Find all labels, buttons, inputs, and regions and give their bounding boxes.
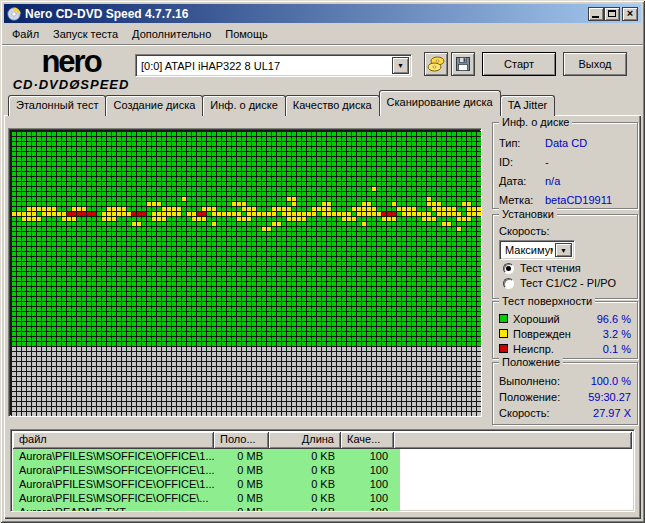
- radio-button[interactable]: [503, 278, 514, 289]
- chevron-down-icon: ▼: [397, 62, 404, 69]
- disc-info-label: ID:: [499, 156, 545, 168]
- surface-value: 3.2 %: [603, 328, 631, 340]
- disc-info-label: Дата:: [499, 175, 545, 187]
- column-header-3[interactable]: Каче...: [341, 432, 394, 449]
- column-header-2[interactable]: Длина: [269, 432, 341, 449]
- minimize-icon: [592, 16, 599, 18]
- menu-bar: ФайлЗапуск тестаДополнительноПомощь: [5, 25, 275, 42]
- disc-info-value: n/a: [545, 175, 560, 187]
- maximize-button[interactable]: [604, 7, 620, 21]
- chevron-down-icon: ▼: [560, 247, 567, 254]
- position-label: Скорость:: [499, 407, 593, 419]
- surface-scan-grid: [11, 131, 481, 416]
- table-cell: 100: [341, 506, 394, 512]
- tab-2[interactable]: Инф. о диске: [202, 95, 285, 116]
- table-cell: 0 MB: [214, 478, 269, 490]
- position-value: 100.0 %: [591, 375, 631, 387]
- radio-button-checked[interactable]: [503, 263, 514, 274]
- eject-disc-button[interactable]: [424, 52, 448, 76]
- speed-label: Скорость:: [493, 223, 637, 240]
- nero-logo-wordmark: nero: [10, 46, 132, 77]
- start-button-label: Старт: [504, 58, 534, 70]
- table-cell: 0 MB: [214, 450, 269, 462]
- speed-select-value: Максимум: [500, 244, 553, 256]
- drive-select[interactable]: [0:0] ATAPI iHAP322 8 UL17 ▼: [135, 54, 412, 77]
- tab-1[interactable]: Создание диска: [105, 95, 203, 116]
- table-cell: Aurora\PFILES\MSOFFICE\OFFICE\1...: [13, 464, 214, 476]
- drive-select-value: [0:0] ATAPI iHAP322 8 UL17: [136, 60, 390, 72]
- table-cell: 100: [341, 464, 394, 476]
- disc-info-value: -: [545, 156, 549, 168]
- close-icon: ×: [627, 8, 633, 19]
- exit-button-label: Выход: [579, 58, 612, 70]
- table-row[interactable]: Aurora\PFILES\MSOFFICE\OFFICE\...0 MB0 K…: [13, 491, 400, 505]
- disc-info-label: Метка:: [499, 194, 545, 206]
- column-header-1[interactable]: Поло...: [214, 432, 269, 449]
- table-row[interactable]: Aurora\PFILES\MSOFFICE\OFFICE\1...0 MB0 …: [13, 477, 400, 491]
- surface-label: Поврежден: [513, 328, 603, 340]
- table-cell: 0 KB: [269, 478, 341, 490]
- nero-logo: nero CD·DVDØSPEED: [10, 46, 132, 91]
- app-window: Nero CD-DVD Speed 4.7.7.16 × ФайлЗапуск …: [0, 0, 645, 523]
- table-cell: 0 MB: [214, 492, 269, 504]
- disc-info-row-2: Дата:n/a: [493, 172, 637, 190]
- surface-label: Неиспр.: [513, 343, 603, 355]
- disc-info-row-1: ID:-: [493, 153, 637, 171]
- file-table-body: Aurora\PFILES\MSOFFICE\OFFICE\1...0 MB0 …: [13, 449, 632, 512]
- speed-select[interactable]: Максимум ▼: [499, 240, 575, 260]
- menu-item-3[interactable]: Помощь: [218, 26, 275, 42]
- surface-legend-row-0: Хороший96.6 %: [493, 311, 637, 326]
- save-floppy-icon: [455, 56, 471, 72]
- tab-5[interactable]: TA Jitter: [500, 95, 556, 116]
- speed-select-dropdown-arrow[interactable]: ▼: [555, 243, 572, 257]
- title-bar: Nero CD-DVD Speed 4.7.7.16 ×: [4, 4, 641, 23]
- disc-info-row-3: Метка:betaCD19911: [493, 191, 637, 209]
- legend-swatch-icon: [499, 314, 508, 323]
- column-header-filler: [394, 432, 632, 449]
- app-icon: [7, 7, 21, 21]
- position-value: 27.97 X: [593, 407, 631, 419]
- radio-option-0[interactable]: Тест чтения: [493, 260, 637, 275]
- eject-disc-icon: [427, 55, 445, 73]
- legend-swatch-icon: [499, 344, 508, 353]
- table-cell: 0 KB: [269, 450, 341, 462]
- disc-info-label: Тип:: [499, 137, 545, 149]
- menu-item-0[interactable]: Файл: [5, 26, 46, 42]
- tab-3[interactable]: Качество диска: [285, 95, 380, 116]
- table-row[interactable]: Aurora\PFILES\MSOFFICE\OFFICE\1...0 MB0 …: [13, 449, 400, 463]
- file-table: файлПоло...ДлинаКаче... Aurora\PFILES\MS…: [10, 429, 635, 512]
- tab-4[interactable]: Сканирование диска: [379, 90, 501, 116]
- table-cell: Aurora\PFILES\MSOFFICE\OFFICE\1...: [13, 478, 214, 490]
- exit-button[interactable]: Выход: [563, 52, 627, 76]
- minimize-button[interactable]: [588, 7, 604, 21]
- window-title: Nero CD-DVD Speed 4.7.7.16: [25, 7, 588, 21]
- group-surface-test: Тест поверхности Хороший96.6 %Поврежден3…: [492, 301, 638, 359]
- start-button[interactable]: Старт: [482, 52, 556, 76]
- table-cell: 100: [341, 478, 394, 490]
- surface-legend-row-2: Неиспр.0.1 %: [493, 341, 637, 356]
- menu-item-2[interactable]: Дополнительно: [125, 26, 218, 42]
- group-disc-info: Инф. о диске Тип:Data CDID:-Дата:n/aМетк…: [492, 122, 638, 209]
- drive-select-dropdown-arrow[interactable]: ▼: [392, 57, 409, 74]
- save-button[interactable]: [451, 52, 475, 76]
- file-table-header: файлПоло...ДлинаКаче...: [13, 432, 632, 449]
- radio-option-1[interactable]: Тест C1/C2 - PI/PO: [493, 275, 637, 290]
- table-cell: Aurora\README.TXT: [13, 506, 214, 512]
- table-cell: Aurora\PFILES\MSOFFICE\OFFICE\...: [13, 492, 214, 504]
- table-row[interactable]: Aurora\PFILES\MSOFFICE\OFFICE\1...0 MB0 …: [13, 463, 400, 477]
- table-row[interactable]: Aurora\README.TXT0 MB0 KB100: [13, 505, 400, 512]
- disc-info-row-0: Тип:Data CD: [493, 134, 637, 152]
- column-header-0[interactable]: файл: [13, 432, 214, 449]
- group-disc-info-title: Инф. о диске: [499, 116, 572, 128]
- menu-item-1[interactable]: Запуск теста: [46, 26, 125, 42]
- group-settings-title: Установки: [499, 208, 557, 220]
- legend-swatch-icon: [499, 329, 508, 338]
- surface-value: 96.6 %: [597, 313, 631, 325]
- close-button[interactable]: ×: [622, 7, 638, 21]
- table-cell: 100: [341, 492, 394, 504]
- table-cell: 0 KB: [269, 492, 341, 504]
- table-cell: Aurora\PFILES\MSOFFICE\OFFICE\1...: [13, 450, 214, 462]
- position-label: Положение:: [499, 391, 588, 403]
- surface-scan-panel: [8, 128, 482, 417]
- tab-0[interactable]: Эталонный тест: [8, 95, 106, 116]
